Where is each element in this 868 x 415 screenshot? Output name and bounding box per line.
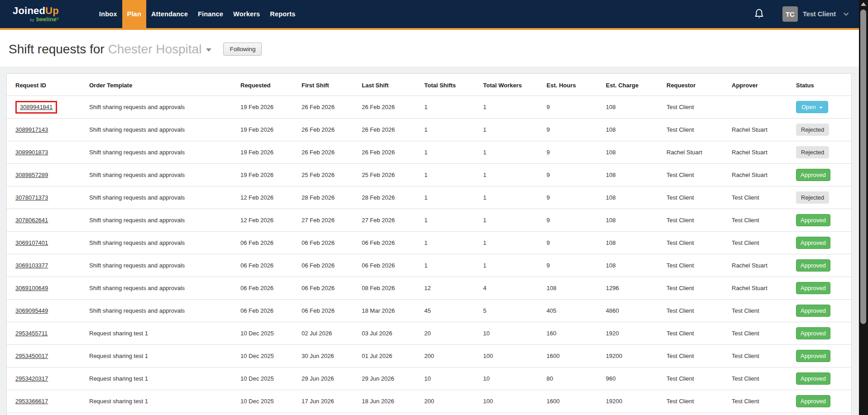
- status-cell: Approved: [796, 367, 851, 390]
- first-shift-cell: 06 Feb 2026: [302, 277, 362, 300]
- status-cell: Rejected: [796, 119, 851, 141]
- status-label: Approved: [801, 239, 826, 246]
- request-id-cell: 2953366617: [7, 390, 89, 413]
- total-workers-cell: 10: [483, 322, 547, 345]
- status-label: Approved: [801, 217, 826, 224]
- total-workers-cell: 100: [483, 345, 547, 367]
- request-id-link[interactable]: 3078071373: [15, 194, 48, 201]
- est-hours-cell: 9: [547, 119, 606, 141]
- approver-cell: Rachel Stuart: [732, 254, 796, 277]
- request-id-link[interactable]: 2953455711: [15, 330, 48, 337]
- est-hours-cell: 9: [547, 232, 606, 254]
- scrollbar-thumb[interactable]: [860, 10, 866, 324]
- joinedup-logo[interactable]: JoinedUp by beeline®: [13, 0, 59, 28]
- status-badge-approved: Approved: [796, 237, 830, 249]
- requestor-cell: Test Client: [667, 390, 732, 413]
- request-id-link[interactable]: 3069107401: [15, 239, 48, 246]
- column-header-requestor: Requestor: [667, 74, 732, 96]
- first-shift-cell: 02 Jul 2026: [302, 322, 362, 345]
- vertical-scrollbar[interactable]: [859, 0, 868, 415]
- request-id-link[interactable]: 3069103377: [15, 262, 48, 269]
- first-shift-cell: 27 Feb 2026: [302, 209, 362, 232]
- request-id-link[interactable]: 2953366617: [15, 398, 48, 405]
- first-shift-cell: 28 Feb 2026: [302, 186, 362, 209]
- first-shift-cell: 06 Feb 2026: [302, 300, 362, 322]
- column-header-requested: Requested: [240, 74, 302, 96]
- navbar-right-group: TC Test Client: [754, 0, 849, 28]
- requestor-cell: Test Client: [667, 254, 732, 277]
- status-badge-approved: Approved: [796, 214, 830, 226]
- page-title-prefix: Shift requests for: [9, 42, 105, 56]
- nav-item-finance[interactable]: Finance: [193, 0, 228, 28]
- est-charge-cell: 1296: [606, 277, 667, 300]
- column-header-approver: Approver: [732, 74, 796, 96]
- logo-by-text: by: [30, 18, 34, 22]
- request-id-link[interactable]: 3089857289: [15, 172, 48, 178]
- nav-item-workers[interactable]: Workers: [228, 0, 265, 28]
- request-id-link[interactable]: 3089941841: [20, 104, 53, 110]
- template-cell: Shift sharing requests and approvals: [89, 209, 240, 232]
- last-shift-cell: 28 Feb 2026: [362, 186, 424, 209]
- est-hours-cell: 108: [547, 277, 606, 300]
- status-label: Approved: [801, 307, 826, 314]
- requestor-cell: Test Client: [667, 119, 732, 141]
- notifications-bell-icon[interactable]: [754, 8, 764, 20]
- status-cell: Rejected: [796, 141, 851, 164]
- est-charge-cell: 108: [606, 186, 667, 209]
- first-shift-cell: 25 Feb 2026: [302, 164, 362, 186]
- nav-item-plan[interactable]: Plan: [122, 0, 146, 28]
- site-selector-caret-icon[interactable]: [206, 48, 211, 52]
- first-shift-cell: 17 Jun 2026: [302, 390, 362, 413]
- last-shift-cell: 29 Jun 2026: [362, 367, 424, 390]
- site-selector[interactable]: Chester Hospital: [108, 42, 201, 56]
- nav-item-reports[interactable]: Reports: [265, 0, 300, 28]
- logo-registered-mark: ®: [57, 17, 59, 20]
- table-row: 3089941841Shift sharing requests and app…: [7, 96, 851, 119]
- est-hours-cell: 405: [547, 300, 606, 322]
- total-workers-cell: 4: [483, 277, 547, 300]
- table-row: 2953366617Request sharing test 110 Dec 2…: [7, 390, 851, 413]
- table-row: 2953450017Request sharing test 110 Dec 2…: [7, 345, 851, 367]
- template-cell: Shift sharing requests and approvals: [89, 277, 240, 300]
- request-id-link[interactable]: 3069095449: [15, 307, 48, 314]
- status-cell: Open: [796, 96, 851, 119]
- requestor-cell: Test Client: [667, 164, 732, 186]
- approver-cell: Test Client: [732, 186, 796, 209]
- request-id-link[interactable]: 2953420317: [15, 375, 48, 382]
- request-id-link[interactable]: 3078062641: [15, 217, 48, 224]
- nav-item-attendance[interactable]: Attendance: [146, 0, 193, 28]
- est-charge-cell: 19200: [606, 345, 667, 367]
- nav-item-inbox[interactable]: Inbox: [94, 0, 122, 28]
- table-row: 3089917143Shift sharing requests and app…: [7, 119, 851, 141]
- est-hours-cell: 9: [547, 186, 606, 209]
- request-id-link[interactable]: 3069100649: [15, 285, 48, 291]
- request-id-cell: 3089941841: [7, 96, 89, 119]
- first-shift-cell: 26 Feb 2026: [302, 141, 362, 164]
- logo-joined-text: Joined: [13, 5, 45, 16]
- column-header-first-shift: First Shift: [302, 74, 362, 96]
- scrollbar-up-arrow-icon[interactable]: [861, 2, 866, 6]
- status-badge-approved: Approved: [796, 372, 830, 385]
- request-id-link[interactable]: 3089917143: [15, 126, 48, 133]
- est-hours-cell: 160: [547, 322, 606, 345]
- template-cell: Shift sharing requests and approvals: [89, 186, 240, 209]
- total-shifts-cell: 45: [424, 300, 483, 322]
- request-id-cell: 3069107401: [7, 232, 89, 254]
- column-header-total-workers: Total Workers: [483, 74, 547, 96]
- user-menu-chevron-down-icon[interactable]: [843, 12, 849, 16]
- total-shifts-cell: 200: [424, 390, 483, 413]
- table-row: 3069103377Shift sharing requests and app…: [7, 254, 851, 277]
- request-id-cell: 2953450017: [7, 345, 89, 367]
- total-workers-cell: 1: [483, 119, 547, 141]
- status-badge-open[interactable]: Open: [796, 101, 828, 113]
- following-button[interactable]: Following: [223, 43, 262, 56]
- request-id-link[interactable]: 3089901873: [15, 149, 48, 156]
- requested-cell: 06 Feb 2026: [240, 300, 302, 322]
- last-shift-cell: 26 Feb 2026: [362, 96, 424, 119]
- est-hours-cell: 9: [547, 209, 606, 232]
- shift-requests-card: Request IDOrder TemplateRequestedFirst S…: [6, 73, 852, 415]
- user-avatar[interactable]: TC: [782, 6, 798, 22]
- requested-cell: 06 Feb 2026: [240, 277, 302, 300]
- status-label: Open: [801, 104, 816, 110]
- request-id-link[interactable]: 2953450017: [15, 353, 48, 359]
